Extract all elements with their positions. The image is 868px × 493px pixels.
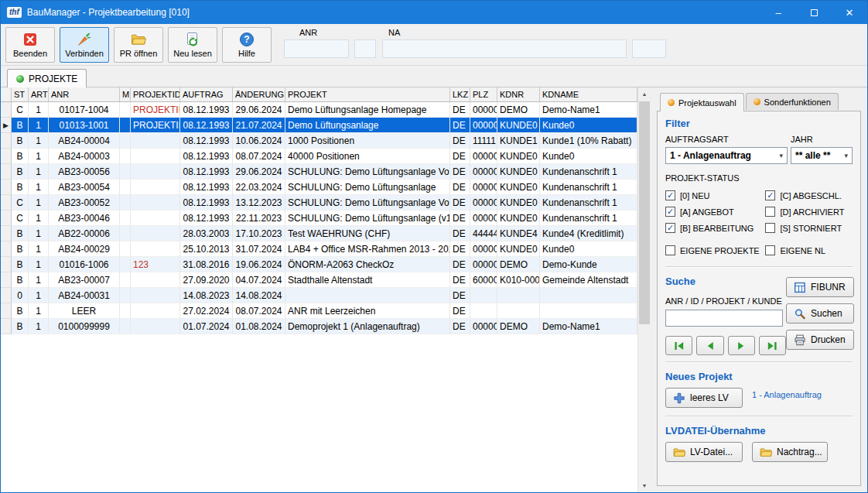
column-header-auftrag[interactable]: AUFTRAG [180,87,233,101]
cell-lkz: DE [450,257,470,272]
column-header-kdnr[interactable]: KDNR [497,87,540,101]
maximize-button[interactable] [796,1,832,24]
cell-lkz: DE [450,118,470,133]
leeres-lv-button[interactable]: leeres LV [665,388,743,408]
minimize-button[interactable]: – [760,1,796,24]
cell-plz [470,303,497,319]
status-checkbox-2[interactable]: ✓[B] BEARBEITUNG [665,220,765,236]
carrot-icon [77,32,92,47]
neu-lesen-button[interactable]: Neu lesen [168,27,217,63]
cell-plz: 00000 [470,257,497,272]
panel-tab-label: Sonderfunktionen [764,98,831,107]
cell-projektid [131,226,180,241]
table-row[interactable]: B1AB24-0000308.12.199308.07.202440000 Po… [1,149,637,164]
pr-oeffnen-button[interactable]: PR öffnen [114,27,163,63]
column-header-art[interactable]: ART [29,87,49,101]
column-header-st[interactable]: ST [12,87,29,101]
status-checkbox-5[interactable]: [S] STORNIERT [765,220,853,236]
separator [665,266,853,268]
row-marker [1,241,12,257]
column-header-kdname[interactable]: KDNAME [540,87,637,101]
cell-anr: AB24-00031 [49,288,120,303]
anr-input-2[interactable] [354,39,376,58]
cell-m [120,241,131,257]
table-row[interactable]: B1LEER27.02.202408.07.2024ANR mit Leerze… [1,303,637,319]
cell-kdnr: KUNDE0 [497,180,540,195]
table-row[interactable]: C101017-1004PROJEKTID-08.12.199329.06.20… [1,102,637,118]
column-header-projekt[interactable]: PROJEKT [285,87,450,101]
cell-lkz: DE [450,319,470,334]
status-checkbox-1[interactable]: ✓[A] ANGEBOT [665,204,765,220]
table-row[interactable]: B101016-100612331.08.201619.06.2024ÖNORM… [1,257,637,272]
jahr-dropdown[interactable]: ** alle ** ▾ [791,147,853,164]
nav-next-button[interactable] [728,336,755,355]
table-row[interactable]: B1AB23-0000727.09.202004.07.2024Stadthal… [1,272,637,288]
window-controls: – ✕ [760,1,867,24]
table-row[interactable]: ▶B101013-1001PROJEKTID-08.12.199321.07.2… [1,118,637,133]
column-header-änderung[interactable]: ÄNDERUNG [233,87,285,101]
table-row[interactable]: B1AB23-0005408.12.199322.03.2024SCHULUNG… [1,180,637,195]
nav-first-button[interactable] [665,336,692,355]
auftragsart-dropdown[interactable]: 1 - Anlagenauftrag ▾ [665,147,788,164]
scroll-up-icon[interactable]: ▲ [638,87,651,101]
tab-sonderfunktionen[interactable]: Sonderfunktionen [746,93,839,110]
cell-lkz: DE [450,288,470,303]
close-button[interactable]: ✕ [832,1,867,24]
status-checkbox-3[interactable]: ✓[C] ABGESCHL. [765,187,853,204]
hilfe-button[interactable]: ?Hilfe [222,27,272,63]
table-row[interactable]: B1AB24-0000408.12.199310.06.20241000 Pos… [1,133,637,149]
table-row[interactable]: B1AB24-0002925.10.201331.07.2024LAB4 + O… [1,241,637,257]
nachtrag-button[interactable]: Nachtrag... [752,442,828,462]
na-input-2[interactable] [632,39,666,58]
scroll-down-icon[interactable]: ▼ [638,479,651,492]
column-header-anr[interactable]: ANR [49,87,120,101]
verbinden-button[interactable]: Verbinden [60,27,109,63]
table-row[interactable]: B1AB23-0005608.12.199329.06.2024SCHULUNG… [1,164,637,180]
auftragsart-label: AUFTRAGSART [665,135,788,144]
anr-input[interactable] [284,39,349,58]
cell-art: 1 [29,272,49,288]
search-input[interactable] [665,310,783,327]
cell-st: C [12,211,29,226]
cell-projekt: Demo Lüftungsanlage Homepage [285,102,450,118]
column-header-plz[interactable]: PLZ [470,87,497,101]
column-header-m[interactable]: M [120,87,131,101]
vertical-scrollbar[interactable]: ▲ ▼ [637,87,651,492]
cell-aenderung: 17.10.2023 [233,226,285,241]
row-marker [1,164,12,180]
row-marker [1,226,12,241]
table-row[interactable]: B1010009999901.07.202401.08.2024Demoproj… [1,319,637,334]
cell-m [120,180,131,195]
fibunr-button[interactable]: FIBUNR [786,277,854,297]
table-row[interactable]: C1AB23-0005208.12.199313.12.2023SCHULUNG… [1,195,637,211]
cell-kdnr: KUNDE0 [497,195,540,211]
extra-checkbox-0[interactable]: EIGENE PROJEKTE [665,245,765,255]
chevron-down-icon: ▾ [779,152,783,159]
cell-projekt: ÖNORM-A2063 CheckOz [285,257,450,272]
cell-kdnr: KUNDE0 [497,118,540,133]
beenden-button[interactable]: Beenden [5,27,55,63]
cell-plz: 00000 [470,164,497,180]
checkbox-icon [765,245,775,255]
column-header-lkz[interactable]: LKZ [450,87,470,101]
status-checkbox-0[interactable]: ✓[0] NEU [665,187,765,204]
lv-datei-button[interactable]: LV-Datei... [665,442,743,462]
checkbox-icon [765,223,775,233]
table-row[interactable]: 01AB24-0003114.08.202314.08.2024DE [1,288,637,303]
scrollbar-thumb[interactable] [639,101,650,324]
na-input[interactable] [382,39,627,58]
nav-prev-button[interactable] [696,336,723,355]
cell-kdname: Kundenanschrift 1 [540,211,637,226]
status-checkbox-4[interactable]: [D] ARCHIVIERT [765,204,853,220]
drucken-button[interactable]: Drucken [786,330,854,350]
nav-last-button[interactable] [759,336,786,355]
cell-kdname: Demo-Name1 [540,102,637,118]
table-row[interactable]: B1AB22-0000628.03.200317.10.2023Test WAE… [1,226,637,241]
column-header-projektid[interactable]: PROJEKTID [131,87,180,101]
cell-anr: AB24-00029 [49,241,120,257]
tab-projektauswahl[interactable]: Projektauswahl [660,93,744,111]
suchen-button[interactable]: Suchen [786,303,854,324]
tab-projekte[interactable]: PROJEKTE [7,69,87,87]
table-row[interactable]: C1AB23-0004608.12.199322.11.2023SCHULUNG… [1,211,637,226]
extra-checkbox-1[interactable]: EIGENE NL [765,245,853,255]
